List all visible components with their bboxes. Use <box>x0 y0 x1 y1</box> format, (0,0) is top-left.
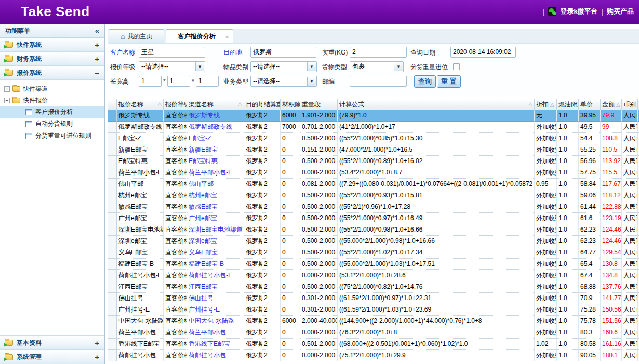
sort-icon[interactable]: △ <box>528 101 532 107</box>
channel-link[interactable]: 杭州e邮宝 <box>189 192 217 199</box>
table-row[interactable]: 中国大包-水陆路直客价格中国大包-水陆路俄罗斯260002.000-40.000… <box>108 316 639 327</box>
channel-link[interactable]: 中国大包-水陆路 <box>189 317 234 325</box>
table-row[interactable]: 荷兰平邮小包直客价格荷兰平邮小包俄罗斯200.000-2.000(76.3*2/… <box>108 327 639 339</box>
collapse-sidebar-icon[interactable]: « <box>95 24 99 37</box>
expander-minus-icon[interactable]: − <box>4 98 10 103</box>
channel-link[interactable]: 福建E邮宝-B <box>189 260 224 267</box>
table-row[interactable]: 荷邮挂号小包-E直客价格荷邮挂号小包-E俄罗斯200.000-2.000(53.… <box>108 270 639 281</box>
zipcode-input[interactable] <box>350 76 407 87</box>
channel-link[interactable]: 荷邮挂号小包-E <box>189 272 232 279</box>
tab-customer-quote-analysis[interactable]: 客户报价分析 ✕ <box>166 29 233 43</box>
column-header-name[interactable]: 报价名称△ <box>117 99 164 110</box>
dropdown-arrow-icon[interactable]: ▼ <box>195 62 204 71</box>
dropdown-arrow-icon[interactable]: ▼ <box>307 62 316 71</box>
channel-link[interactable]: 广州e邮宝 <box>189 214 217 222</box>
business-type-select[interactable]: --请选择--▼ <box>250 76 317 87</box>
channel-link[interactable]: 俄罗斯专线 <box>189 112 220 119</box>
channel-link[interactable]: 深圳E邮宝电池渠道 <box>189 226 243 233</box>
split-weight-carry-checkbox[interactable] <box>453 63 460 70</box>
channel-link[interactable]: 义乌E邮宝 <box>189 249 218 256</box>
sort-icon[interactable]: △ <box>616 102 620 107</box>
table-row[interactable]: 佛山平邮直客价格佛山平邮俄罗斯200.081-2.000((7.29+((0.0… <box>108 179 639 190</box>
dropdown-arrow-icon[interactable]: ▼ <box>307 77 316 86</box>
search-button[interactable]: 查询 <box>414 75 436 88</box>
customer-name-input[interactable]: 王星 <box>139 47 205 58</box>
table-row[interactable]: 荷邮挂号小包直客价格荷邮挂号小包俄罗斯200.000-2.000(75.1*2/… <box>108 350 639 361</box>
table-row[interactable]: 香港线下E邮宝直客价格香港线下E邮宝俄罗斯200.501-2.000((68.0… <box>108 339 639 350</box>
collapse-icon[interactable]: − <box>95 69 99 77</box>
column-header-divisor[interactable]: 材积除△ <box>281 99 300 110</box>
query-date-input[interactable]: 2020-08-14 16:09:02 <box>450 47 516 58</box>
channel-link[interactable]: 深圳e邮宝 <box>189 237 217 245</box>
table-row[interactable]: E邮宝-Z直客价格E邮宝-Z俄罗斯200.500-2.000((55*2/1.0… <box>108 133 639 144</box>
column-header-channel[interactable]: 渠道名称△ <box>187 99 244 110</box>
channel-link[interactable]: E邮宝特惠 <box>189 157 218 165</box>
column-header-settle[interactable]: 结算重量△ <box>262 99 281 110</box>
sort-icon[interactable]: △ <box>238 101 242 107</box>
table-row[interactable]: 杭州e邮宝直客价格杭州e邮宝俄罗斯200.500-2.000((55*2/1.0… <box>108 190 639 201</box>
table-row[interactable]: 荷兰平邮小包-E直客价格荷兰平邮小包-E俄罗斯200.000-2.000(53.… <box>108 167 639 179</box>
buy-products-link[interactable]: 购买产品 <box>607 7 634 16</box>
expand-icon[interactable]: + <box>95 55 99 63</box>
tab-my-home[interactable]: ⌂ 我的主页 <box>109 29 164 43</box>
sort-icon[interactable]: △ <box>157 101 162 107</box>
width-input[interactable]: 1 <box>167 76 190 87</box>
sidebar-item-split-weight-carry-rule[interactable]: 分货重量可进位规则 <box>0 130 104 142</box>
sidebar-section-express[interactable]: 快件系统 + <box>0 38 104 52</box>
table-row[interactable]: 深圳E邮宝电池渠道直客价格深圳E邮宝电池渠道俄罗斯200.500-2.000((… <box>108 224 639 236</box>
tree-node-express-quote[interactable]: − 快件报价 <box>0 95 104 106</box>
expand-icon[interactable]: + <box>95 339 99 347</box>
item-type-select[interactable]: --请选择--▼ <box>250 61 317 72</box>
channel-link[interactable]: 敏感E邮宝 <box>189 203 218 210</box>
channel-link[interactable]: 俄罗斯邮政专线 <box>189 123 232 130</box>
channel-link[interactable]: 香港线下E邮宝 <box>189 340 230 347</box>
column-header-formula[interactable]: 计算公式△ <box>338 99 535 110</box>
sidebar-item-auto-split-rule[interactable]: 自动分货规则 <box>0 118 104 130</box>
channel-link[interactable]: 荷兰平邮小包-E <box>189 169 232 176</box>
sidebar-section-finance[interactable]: 财务系统 + <box>0 52 104 66</box>
reset-button[interactable]: 重 置 <box>437 75 461 88</box>
table-row[interactable]: 佛山挂号直客价格佛山挂号俄罗斯200.301-2.000((61.59*2/1.… <box>108 293 639 304</box>
expand-icon[interactable]: + <box>95 41 99 49</box>
channel-link[interactable]: 荷兰平邮小包 <box>189 329 226 336</box>
login-link[interactable]: 登录k微平台 <box>560 7 597 16</box>
column-header-currency[interactable]: 币别△ <box>622 99 638 110</box>
table-row[interactable]: 义乌E邮宝直客价格义乌E邮宝俄罗斯200.500-2.000((55*2/1.0… <box>108 247 639 259</box>
expander-plus-icon[interactable]: + <box>4 86 10 92</box>
destination-input[interactable]: 俄罗斯 <box>250 47 316 58</box>
channel-link[interactable]: 佛山挂号 <box>189 294 214 302</box>
close-tab-icon[interactable]: ✕ <box>225 31 229 44</box>
tree-node-express-channel[interactable]: + 快件渠道 <box>0 83 104 95</box>
length-input[interactable]: 1 <box>139 76 162 87</box>
table-row[interactable]: 深圳e邮宝直客价格深圳e邮宝俄罗斯200.500-2.000((55.000*2… <box>108 236 639 247</box>
column-header-dest[interactable]: 目的地△ <box>244 99 262 110</box>
sort-icon[interactable]: △ <box>550 102 554 107</box>
table-row[interactable]: 敏感E邮宝直客价格敏感E邮宝俄罗斯200.500-2.000((55*2/1)*… <box>108 201 639 213</box>
channel-link[interactable]: 江西E邮宝 <box>189 283 218 290</box>
table-row[interactable]: 广州e邮宝直客价格广州e邮宝俄罗斯200.500-2.000((55*2/1.0… <box>108 213 639 224</box>
column-header-fuel[interactable]: 燃油附加△ <box>557 99 579 110</box>
table-row[interactable]: E邮宝特惠直客价格E邮宝特惠俄罗斯200.500-2.000((55*2/1.0… <box>108 156 639 167</box>
table-row[interactable]: 江西E邮宝直客价格江西E邮宝俄罗斯200.500-2.000((75*2/1.0… <box>108 281 639 293</box>
goods-type-select[interactable]: 包裹▼ <box>350 61 404 72</box>
dropdown-arrow-icon[interactable]: ▼ <box>394 62 403 71</box>
channel-link[interactable]: 广州挂号-E <box>189 306 220 313</box>
column-header-level[interactable]: 报价等级△ <box>164 99 187 110</box>
sidebar-section-quote[interactable]: 报价系统 − <box>0 66 104 80</box>
sidebar-section-system-admin[interactable]: 系统管理 + <box>0 350 104 364</box>
height-input[interactable]: 1 <box>196 76 219 87</box>
expand-icon[interactable]: + <box>95 353 99 361</box>
actual-weight-input[interactable]: 2 <box>350 47 407 58</box>
sidebar-section-basic-data[interactable]: 基本资料 + <box>0 336 104 350</box>
channel-link[interactable]: 新疆E邮宝 <box>189 146 218 153</box>
column-header-amount[interactable]: 金额△ <box>601 99 622 110</box>
table-row[interactable]: 福建E邮宝-B直客价格福建E邮宝-B俄罗斯200.500-2.000((55.0… <box>108 259 639 270</box>
quote-level-select[interactable]: --请选择--▼ <box>139 61 205 72</box>
table-row[interactable]: 俄罗斯专线直客价格俄罗斯专线俄罗斯260001.901-2.000(79.9)*… <box>108 110 639 122</box>
table-row[interactable]: 俄罗斯邮政专线直客价格俄罗斯邮政专线俄罗斯270000.701-2.000(41… <box>108 122 639 133</box>
column-header-discount[interactable]: 折扣△ <box>535 99 557 110</box>
channel-link[interactable]: 荷邮挂号小包 <box>189 352 226 359</box>
table-row[interactable]: 新疆E邮宝直客价格新疆E邮宝俄罗斯200.151-2.000(47.000*2/… <box>108 144 639 156</box>
table-row[interactable]: 广州挂号-E直客价格广州挂号-E俄罗斯200.301-2.000((61.59*… <box>108 304 639 316</box>
sidebar-item-customer-quote-analysis[interactable]: 客户报价分析 <box>0 106 104 118</box>
